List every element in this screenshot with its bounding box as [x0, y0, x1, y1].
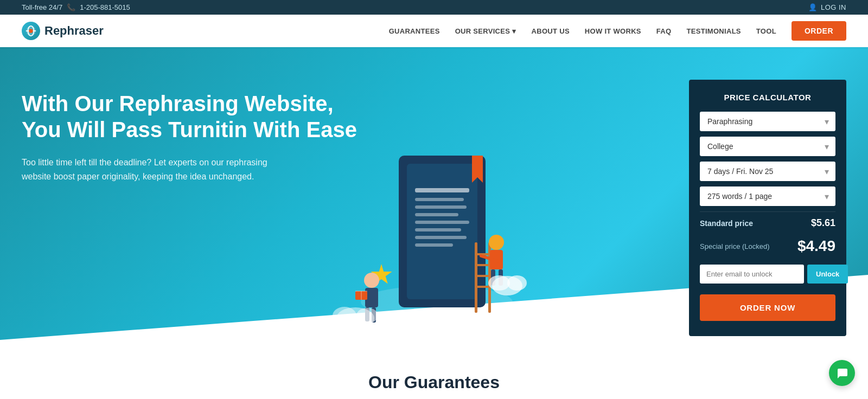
login-label: LOG IN: [821, 3, 846, 11]
svg-rect-7: [415, 188, 469, 192]
svg-rect-20: [475, 264, 491, 266]
nav-order-button[interactable]: ORDER: [792, 21, 846, 41]
nav-tool[interactable]: TOOL: [756, 27, 776, 35]
svg-rect-8: [415, 198, 464, 201]
level-select[interactable]: College High School University Master's …: [700, 137, 835, 156]
svg-rect-22: [475, 286, 491, 288]
price-calculator: PRICE CALCULATOR Paraphrasing Editing Re…: [689, 80, 846, 336]
svg-rect-18: [488, 242, 491, 313]
chevron-down-icon: ▾: [512, 27, 516, 35]
calc-title: PRICE CALCULATOR: [700, 93, 835, 102]
standard-price-row: Standard price $5.61: [700, 211, 835, 233]
logo-text: Rephraser: [44, 24, 104, 38]
deadline-select[interactable]: 7 days / Fri. Nov 25 3 days 48 hours 24 …: [700, 162, 835, 181]
special-price-row: Special price (Locked) $4.49: [700, 233, 835, 259]
svg-point-37: [488, 275, 510, 291]
hero-section: With Our Rephrasing Website, You Will Pa…: [0, 47, 868, 340]
svg-marker-16: [371, 264, 392, 284]
svg-rect-17: [475, 242, 477, 313]
svg-rect-9: [415, 205, 467, 209]
svg-point-36: [492, 276, 522, 295]
logo[interactable]: Rephraser: [22, 22, 104, 40]
nav-services[interactable]: OUR SERVICES ▾: [455, 27, 516, 35]
topbar-left: Toll-free 24/7 📞 1-205-881-5015: [22, 3, 130, 11]
svg-rect-12: [415, 228, 461, 231]
level-select-wrap[interactable]: College High School University Master's …: [700, 137, 835, 156]
top-bar: Toll-free 24/7 📞 1-205-881-5015 👤 LOG IN: [0, 0, 868, 15]
service-select[interactable]: Paraphrasing Editing Rewriting: [700, 112, 835, 131]
guarantees-section: Our Guarantees Higher uniqueness Fast re…: [0, 340, 868, 399]
special-price-label: Special price (Locked): [700, 242, 770, 250]
svg-point-39: [336, 307, 374, 329]
svg-line-25: [481, 256, 490, 259]
nav-testimonials[interactable]: TESTIMONIALS: [686, 27, 741, 35]
deadline-select-wrap[interactable]: 7 days / Fri. Nov 25 3 days 48 hours 24 …: [700, 162, 835, 181]
hero-title: With Our Rephrasing Website, You Will Pa…: [22, 91, 369, 143]
service-select-wrap[interactable]: Paraphrasing Editing Rewriting: [700, 112, 835, 131]
order-now-button[interactable]: ORDER NOW: [700, 294, 835, 321]
words-select-wrap[interactable]: 275 words / 1 page 550 words / 2 pages 8…: [700, 186, 835, 206]
svg-rect-19: [475, 253, 491, 255]
svg-rect-24: [490, 250, 503, 269]
svg-rect-13: [415, 236, 467, 239]
svg-rect-27: [491, 269, 495, 286]
nav-faq[interactable]: FAQ: [656, 27, 672, 35]
svg-point-3: [29, 29, 33, 33]
unlock-button[interactable]: Unlock: [807, 265, 848, 284]
nav-about[interactable]: ABOUT US: [532, 27, 570, 35]
svg-point-4: [361, 286, 513, 318]
svg-rect-31: [355, 291, 367, 300]
svg-line-26: [490, 259, 497, 261]
svg-rect-6: [407, 164, 477, 299]
unlock-row: Unlock: [700, 265, 835, 284]
nav-links: GUARANTEES OUR SERVICES ▾ ABOUT US HOW I…: [389, 21, 846, 41]
svg-rect-35: [372, 307, 376, 323]
hero-content: With Our Rephrasing Website, You Will Pa…: [22, 80, 369, 183]
svg-point-40: [333, 307, 356, 324]
svg-point-23: [489, 235, 504, 250]
chat-button[interactable]: [829, 360, 855, 386]
svg-rect-14: [415, 243, 453, 247]
phone-icon: 📞: [67, 3, 75, 11]
svg-point-38: [507, 275, 527, 291]
email-unlock-input[interactable]: [700, 265, 804, 284]
nav-how-it-works[interactable]: HOW IT WORKS: [585, 27, 641, 35]
nav-guarantees[interactable]: GUARANTEES: [389, 27, 440, 35]
toll-free-label: Toll-free 24/7: [22, 3, 62, 11]
special-price-value: $4.49: [797, 237, 835, 255]
standard-price-value: $5.61: [811, 217, 835, 229]
phone-number: 1-205-881-5015: [80, 3, 130, 11]
svg-rect-21: [475, 275, 491, 277]
user-icon: 👤: [808, 3, 818, 11]
login-button[interactable]: 👤 LOG IN: [808, 3, 846, 11]
svg-point-29: [364, 273, 379, 288]
words-select[interactable]: 275 words / 1 page 550 words / 2 pages 8…: [700, 186, 835, 206]
svg-marker-15: [472, 156, 483, 183]
svg-point-41: [356, 308, 378, 323]
svg-rect-28: [499, 269, 503, 286]
svg-rect-34: [365, 307, 369, 321]
standard-price-label: Standard price: [700, 219, 753, 228]
svg-rect-5: [399, 156, 486, 307]
guarantees-title: Our Guarantees: [22, 372, 846, 392]
svg-rect-30: [365, 288, 378, 307]
svg-rect-10: [415, 213, 458, 216]
logo-icon: [22, 22, 40, 40]
navbar: Rephraser GUARANTEES OUR SERVICES ▾ ABOU…: [0, 15, 868, 47]
hero-subtitle: Too little time left till the deadline? …: [22, 156, 282, 183]
svg-rect-11: [415, 221, 469, 224]
